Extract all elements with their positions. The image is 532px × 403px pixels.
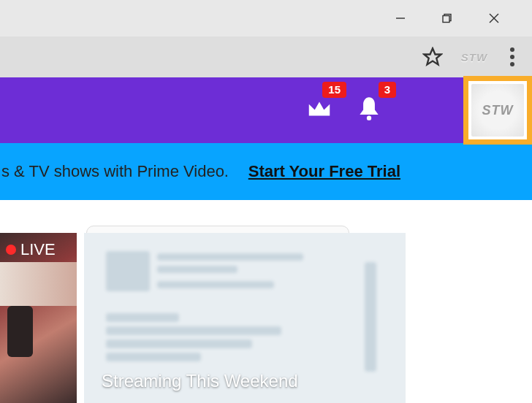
- live-label-text: LIVE: [20, 240, 56, 259]
- live-thumbnail[interactable]: LIVE: [0, 233, 77, 403]
- window-close-button[interactable]: [471, 0, 517, 37]
- live-dot-icon: [6, 245, 16, 255]
- svg-point-6: [367, 116, 371, 120]
- user-avatar-label: STW: [471, 84, 524, 137]
- window-minimize-button[interactable]: [377, 0, 424, 37]
- promo-text: s & TV shows with Prime Video.: [0, 162, 229, 181]
- crown-badge: 15: [322, 82, 346, 98]
- stream-card[interactable]: LIVE Streaming This Weekend: [0, 233, 408, 403]
- browser-menu-button[interactable]: [506, 43, 519, 71]
- window-maximize-button[interactable]: [424, 0, 471, 37]
- promo-cta-link[interactable]: Start Your Free Trial: [248, 162, 400, 181]
- site-header: 15 3 STW: [0, 77, 532, 143]
- window-titlebar: [0, 0, 532, 37]
- extension-avatar[interactable]: STW: [457, 45, 491, 69]
- content-area: LIVE Streaming This Weekend: [0, 200, 532, 403]
- svg-marker-5: [424, 48, 441, 64]
- browser-toolbar: STW: [0, 37, 532, 77]
- thumbnail-title: Streaming This Weekend: [102, 371, 298, 391]
- svg-rect-2: [443, 16, 449, 23]
- promo-banner: s & TV shows with Prime Video. Start You…: [0, 143, 532, 200]
- notification-bell-icon[interactable]: 3: [355, 95, 383, 126]
- bell-badge: 3: [379, 82, 396, 98]
- live-indicator: LIVE: [6, 240, 56, 259]
- crown-icon[interactable]: 15: [305, 95, 333, 126]
- user-avatar-highlighted[interactable]: STW: [463, 76, 532, 145]
- preview-thumbnail[interactable]: Streaming This Weekend: [84, 233, 406, 403]
- bookmark-star-icon[interactable]: [422, 47, 443, 67]
